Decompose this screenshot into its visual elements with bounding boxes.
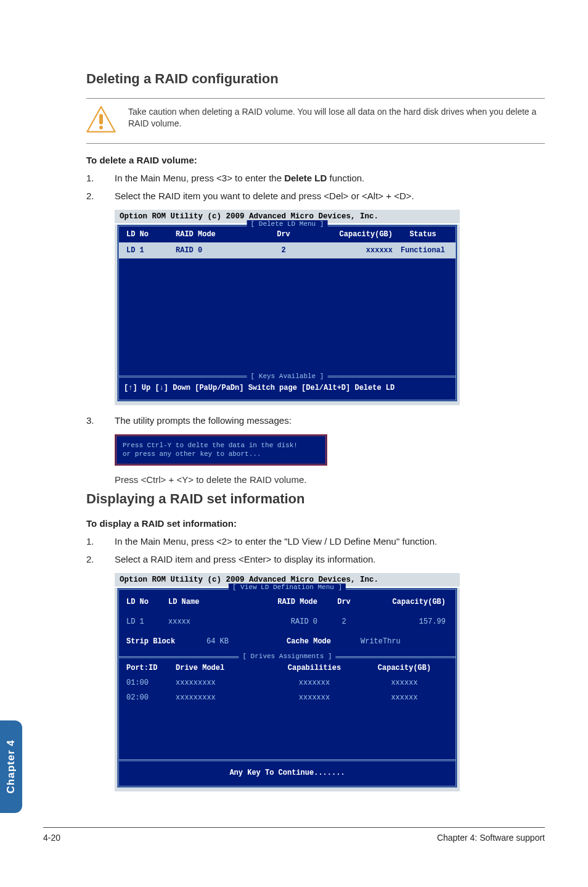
bios1-col-cap: Capacity(GB): [311, 230, 398, 239]
bios2-drives-row-1: 02:00 xxxxxxxxx xxxxxxx xxxxxx: [119, 690, 455, 705]
bios1-selected-row[interactable]: LD 1 RAID 0 2 xxxxxx Functional: [119, 242, 455, 258]
bios1-col-stat: Status: [398, 230, 448, 239]
bios1-row-stat: Functional: [398, 246, 448, 255]
bios2-hc5: Capacity(GB): [365, 598, 448, 606]
bios2-top-header-row: LD No LD Name RAID Mode Drv Capacity(GB): [119, 592, 455, 612]
bios-delete-screen: Option ROM Utility (c) 2009 Advanced Mic…: [115, 210, 545, 405]
step1-text-a: In the Main Menu, press <3> to enter the: [115, 173, 284, 183]
bios1-col-drv: Drv: [256, 230, 311, 239]
sec2-step2-text: Select a RAID item and press <Enter> to …: [115, 553, 545, 566]
chapter-side-tab: Chapter 4: [0, 720, 22, 813]
display-raid-heading: To display a RAID set information:: [86, 518, 545, 529]
bios2-rc3: RAID 0: [255, 617, 322, 626]
bios2-hc4: Drv: [322, 598, 365, 606]
bios2-panel-title: [ View LD Defination Menu ]: [229, 584, 346, 591]
bios2-rc4: 2: [322, 617, 365, 626]
bios2-dh1: Port:ID: [126, 664, 176, 672]
caution-icon: [86, 105, 116, 137]
bios2-hc3: RAID Mode: [255, 598, 322, 606]
bios2-drives-row-0: 01:00 xxxxxxxxx xxxxxxx xxxxxx: [119, 675, 455, 690]
bios1-panel-title: [ Delete LD Menu ]: [247, 220, 328, 228]
bios2-dr1-1: 02:00: [126, 693, 176, 702]
step1-num: 1.: [86, 171, 97, 184]
bios1-keys-title: [ Keys Available ]: [247, 373, 328, 380]
bios2-dh4: Capacity(GB): [361, 664, 448, 672]
step1-text-bold: Delete LD: [284, 173, 327, 183]
bios2-hc1: LD No: [126, 598, 168, 606]
bios2-dr1-4: xxxxxx: [361, 693, 448, 702]
bios2-strip-row: Strip Block 64 KB Cache Mode WriteThru: [119, 632, 455, 651]
side-tab-label: Chapter 4: [5, 740, 17, 793]
bios2-dr0-2: xxxxxxxxx: [176, 679, 268, 687]
bios1-keys-panel: [ Keys Available ] [↑] Up [↓] Down [PaUp…: [119, 376, 455, 400]
bios2-dr0-3: xxxxxxx: [268, 679, 361, 687]
svg-rect-1: [99, 114, 103, 125]
bios2-drives-header-row: Port:ID Drive Model Capabilities Capacit…: [119, 661, 455, 675]
bios2-dr0-4: xxxxxx: [361, 679, 448, 687]
bios1-row-cap: xxxxxx: [311, 246, 398, 255]
confirm-redbox: Press Ctrl-Y to delte the data in the di…: [115, 434, 545, 466]
step3-after: Press <Ctrl> + <Y> to delete the RAID vo…: [115, 474, 545, 485]
sec2-step2-num: 2.: [86, 553, 97, 566]
bios1-row-mode: RAID 0: [176, 246, 256, 255]
step3-text: The utility prompts the following messag…: [115, 414, 545, 427]
sec2-step1-text: In the Main Menu, press <2> to enter the…: [115, 535, 545, 548]
bios2-s3: Cache Mode: [287, 637, 361, 646]
step3-num: 3.: [86, 414, 97, 427]
bios1-row-drv: 2: [256, 246, 311, 255]
bios2-dh2: Drive Model: [176, 664, 268, 672]
caution-text: Take caution when deleting a RAID volume…: [128, 105, 545, 130]
sec2-step2: 2. Select a RAID item and press <Enter> …: [86, 553, 545, 566]
bios-view-screen: Option ROM Utility (c) 2009 Advanced Mic…: [115, 573, 545, 791]
section1-title: Deleting a RAID configuration: [86, 71, 545, 87]
bios2-rc2: xxxxx: [168, 617, 255, 626]
step1-text: In the Main Menu, press <3> to enter the…: [115, 171, 545, 184]
bios2-dr1-3: xxxxxxx: [268, 693, 361, 702]
page-footer: 4-20 Chapter 4: Software support: [43, 827, 545, 843]
bios1-col-ldno: LD No: [126, 230, 176, 239]
footer-page-num: 4-20: [43, 833, 60, 843]
bios2-top-data-row: LD 1 xxxxx RAID 0 2 157.99: [119, 612, 455, 632]
svg-point-2: [99, 126, 103, 130]
step1-text-b: function.: [327, 173, 364, 183]
bios2-drives-empty: [119, 705, 455, 759]
delete-volume-heading: To delete a RAID volume:: [86, 155, 545, 165]
section2-title: Displaying a RAID set information: [86, 491, 545, 507]
step2-num: 2.: [86, 189, 97, 202]
step2-text: Select the RAID item you want to delete …: [115, 189, 545, 202]
step1: 1. In the Main Menu, press <3> to enter …: [86, 171, 545, 184]
bios1-header-row: LD No RAID Mode Drv Capacity(GB) Status: [119, 226, 455, 242]
bios2-continue-text: Any Key To Continue.......: [229, 769, 345, 777]
bios2-s1: Strip Block: [126, 637, 206, 646]
step2: 2. Select the RAID item you want to dele…: [86, 189, 545, 202]
bios2-s4: WriteThru: [361, 637, 448, 646]
bios2-s2: 64 KB: [206, 637, 287, 646]
bios2-drives-title: [ Drives Assignments ]: [239, 653, 335, 660]
footer-chapter: Chapter 4: Software support: [437, 833, 545, 843]
bios1-col-mode: RAID Mode: [176, 230, 256, 239]
bios2-rc5: 157.99: [365, 617, 448, 626]
sec2-step1-num: 1.: [86, 535, 97, 548]
bios2-dr1-2: xxxxxxxxx: [176, 693, 268, 702]
redbox-line1: Press Ctrl-Y to delte the data in the di…: [123, 441, 319, 450]
bios1-row-ldno: LD 1: [126, 246, 176, 255]
sec2-step1: 1. In the Main Menu, press <2> to enter …: [86, 535, 545, 548]
bios2-continue-panel[interactable]: Any Key To Continue.......: [119, 759, 455, 786]
bios1-keys-text: [↑] Up [↓] Down [PaUp/PaDn] Switch page …: [124, 384, 394, 392]
bios2-hc2: LD Name: [168, 598, 255, 606]
caution-box: Take caution when deleting a RAID volume…: [86, 98, 545, 144]
bios2-rc1: LD 1: [126, 617, 168, 626]
bios1-empty-area: [119, 258, 455, 376]
step3: 3. The utility prompts the following mes…: [86, 414, 545, 427]
redbox-line2: or press any other key to abort...: [123, 450, 319, 458]
bios2-dh3: Capabilities: [268, 664, 361, 672]
bios2-dr0-1: 01:00: [126, 679, 176, 687]
